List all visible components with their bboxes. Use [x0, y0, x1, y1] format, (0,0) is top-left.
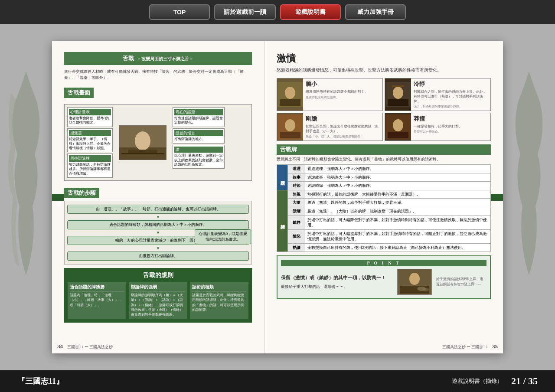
left-side-tab[interactable]: 外交	[52, 194, 64, 201]
page-footer: 『三國志11』 遊戲說明書（摘錄） 21 / 35	[0, 370, 555, 392]
svg-point-9	[393, 87, 403, 99]
flow-row-3: 輸的一方的心理計量表會減少，前進到下一回合。 心理計量表變為0，或是者屬情的話語…	[67, 236, 249, 245]
label-season: 時節	[288, 182, 305, 190]
svg-point-6	[285, 87, 295, 99]
flow-row-2: 適合話題的牌種類，牌相同的話則為大＞中＞小的順序。	[67, 220, 249, 229]
right-side-tab[interactable]: 外交	[491, 194, 503, 201]
emotion-content-0: 膽小 將激憤時所持有的話題牌全都指向對力。 激憤時找出所有話題牌。	[303, 78, 382, 111]
label-taunt: 大嗆	[288, 199, 305, 207]
label-shift: 話層	[288, 207, 305, 216]
steps-right: 心理計量表變為0，或是者屬情的話語則為敗北。	[195, 229, 251, 244]
flow-row-4: 由獲勝方打出辯論牌。	[67, 252, 249, 261]
table-row-rage: 憤怒 於場中打出的話，可大幅提昇對手的不滿，如對手激憤時特有的話，可阻止對手的激…	[277, 229, 491, 243]
emotion-content-1: 冷靜 對戰回合之間，所打出的感能力會上昇。此外，有時也可以進行（熱讓），可封鎖對…	[411, 78, 490, 111]
rule-card-1: 適合話題的牌獲勝 話題為「道理」時，「道理（小）」，經過「故事（大）」，或「時節…	[68, 282, 126, 319]
label-exchange: 熱讓	[288, 243, 305, 252]
svg-rect-17	[388, 132, 408, 138]
book-spread: 外交 舌戰 －改變局面的三寸不爛之舌－ 進行外交或遴聘人材時，或有可能挑發舌戰。…	[52, 41, 503, 353]
page-label-left: 三國志 11 ー 三國兵法之妙	[67, 344, 113, 350]
svg-point-19	[409, 273, 420, 285]
table-header-bar: 舌戰牌	[277, 144, 491, 155]
mental-meter-box: 心理計量表 進者攻擊會降低、變為0的話全部指向敗北。	[67, 107, 113, 127]
footer-title: 『三國志11』	[17, 376, 64, 386]
svg-rect-4	[121, 153, 164, 154]
debate-table: 話題牌 道理 置道道理，強弱為大＞中＞小的順序。 故事 述說故事，強弱為大＞中＞…	[277, 164, 491, 252]
steps-flow: 由「道理」、「故事」、「時節」打出適能的論牌。也可以打出話術牌。 ▼ 適合話題的…	[64, 201, 252, 265]
page-label-right: 三國兵法之妙 ー 三國志 11	[442, 344, 488, 350]
svg-rect-10	[388, 99, 408, 106]
label-doubl: 道理	[288, 164, 305, 173]
content-exchange: 全數交換自己所持有的牌，使用2次的話，接下來到話為止（自己變為不利為止）無法使用…	[305, 243, 491, 252]
current-topic-box: 現在的話題 打出適合話題的辯論牌，話題會定期的變化。	[173, 107, 225, 127]
step-2: 適合話題的牌種類，牌相同的話則為大＞中＞小的順序。	[67, 220, 249, 229]
step-right-note: 心理計量表變為0，或是者屬情的話語則為敗北。	[195, 229, 251, 244]
emotion-content-3: 莽撞 一種爆發相報，給手大的打擊。 希望可以一覺致命。	[411, 113, 490, 140]
table-row-calm: 鎮靜 於場中打出的話，可大幅降低對手的不滿，如對手激憤時則特有的話，可使注激情效…	[277, 216, 491, 229]
nav-top-button[interactable]: TOP	[149, 4, 210, 20]
emotion-img-2	[277, 113, 303, 140]
topic-combo-box: 話題的場合 打出辯論牌的地方。	[173, 128, 225, 144]
main-content-area: 外交 舌戰 －改變局面的三寸不爛之舌－ 進行外交或遴聘人材時，或有可能挑發舌戰。…	[0, 24, 555, 370]
svg-rect-11	[392, 85, 404, 87]
footer-right: 遊戲說明書（摘錄） 21 / 35	[452, 376, 538, 387]
table-row-tactic-cat: 話術牌 無視 無視對打的話，最強的話術牌，大幅接受對手的不滿（反測器）。	[277, 190, 491, 199]
right-intro: 怒測器精滿的話將爆發憤怒，可使出特殊攻擊。攻擊方法將依武將的性格而有所變化。	[277, 67, 491, 74]
response-box: 感測器 於遊覽效果、年手。（情報）出現時上昇。企業的合理情報後（情報）狀態。	[67, 128, 113, 153]
point-image	[397, 269, 432, 295]
flow-row-1: 由「道理」、「故事」、「時節」打出適能的論牌。也可以打出話術牌。	[67, 205, 249, 214]
point-img-text: 給子激憤的話技巧P章上昇，通過話的話有持智力登上昇⋯⋯	[434, 277, 486, 287]
bg-decoration-left	[7, 67, 46, 284]
emotion-card-3: 莽撞 一種爆發相報，給手大的打擊。 希望可以一覺致命。	[385, 113, 491, 141]
footer-page: 21 / 35	[511, 376, 538, 387]
nav-btn3[interactable]: 威力加強手冊	[345, 4, 406, 20]
right-page: 外交 激憤 怒測器精滿的話將爆發憤怒，可使出特殊攻擊。攻擊方法將依武將的性格而有…	[264, 41, 503, 353]
svg-point-2	[135, 131, 150, 150]
content-shift: 勝過（無遠）、（大嗆）以外的牌，強制改變「現在的話題」。	[305, 207, 491, 216]
cards-held-box: 所持辯論牌 智力越高的話，所持辯論牌越多。所持辯論牌事都有迎合情報増加。	[67, 154, 113, 178]
point-content: 保留（激憤）或（鎮靜）的其中一項，以防萬一！ 最後給子重大打擊的話，選場會⋯⋯。…	[281, 269, 486, 295]
rules-box: 舌戰的規則 適合話題的牌獲勝 話題為「道理」時，「道理（小）」，經過「故事（大）…	[64, 268, 252, 323]
footer-subtitle: 遊戲說明書（摘錄）	[452, 377, 503, 385]
emotion-img-1	[385, 78, 411, 111]
rules-title: 舌戰的規則	[68, 271, 248, 279]
nav-btn2-active[interactable]: 遊戲說明書	[280, 4, 341, 20]
top-navigation: TOP 請於遊戲前一讀 遊戲說明書 威力加強手冊	[0, 0, 555, 24]
intro-text: 進行外交或遴聘人材時，或有可能挑發舌戰。擁有特技「論客」的武將，於外交時一定會成…	[64, 69, 252, 81]
right-main-title: 激憤	[277, 52, 491, 65]
content-season: 述說時節，強弱為大＞中＞小的順序。	[305, 182, 491, 190]
rule-card-2: 辯論牌的強弱 辯論牌的強弱順序為（無）＝（大嗆）＞（諮詢）＞（話語）＞（諮詢）＞…	[129, 282, 187, 319]
emotion-card-0: 膽小 將激憤時所持有的話題牌全都指向對力。 激憤時找出所有話題牌。	[277, 78, 383, 111]
table-intro: 因武將之不同，話術牌的種類也會隨之變化。擁有道具「書物」的武將可以使用所有的話術…	[277, 157, 491, 163]
svg-rect-7	[280, 99, 300, 106]
svg-point-16	[393, 119, 403, 131]
emotion-card-1: 冷靜 對戰回合之間，所打出的感能力會上昇。此外，有時也可以進行（熱讓），可封鎖對…	[385, 78, 491, 111]
table-row-story: 故事 述說故事，強弱為大＞中＞小的順序。	[277, 173, 491, 182]
diagram-title: 舌戰畫面	[64, 88, 94, 98]
table-row-topic-cat: 話題牌 道理 置道道理，強弱為大＞中＞小的順序。	[277, 164, 491, 173]
content-doubl: 置道道理，強弱為大＞中＞小的順序。	[305, 164, 491, 173]
table-row-shift: 話層 勝過（無遠）、（大嗆）以外的牌，強制改變「現在的話題」。	[277, 207, 491, 216]
emotion-img-0	[277, 78, 303, 111]
main-title-bar: 舌戰 －改變局面的三寸不爛之舌－	[64, 52, 252, 65]
content-diagram: 心理計量表 進者攻擊會降低、變為0的話全部指向敗北。 感測器 於遊覽效果、年手。…	[64, 104, 252, 181]
content-taunt: 勝過（無遠）以外的牌，給予對手重大打擊，提昇不滿。	[305, 199, 491, 207]
game-screenshot	[119, 125, 166, 160]
content-rage: 於場中打出的話，可大幅提昇對手的不滿，如對手激憤時特有的話，可阻止對手的激憤，並…	[305, 229, 491, 243]
steps-title: 舌戰的步驟	[64, 188, 99, 198]
rule-card-3: 話術的種類 話題是於舌戰的武將，牌能夠能使用種類的話術牌，此外，持有道具的「書物…	[190, 282, 248, 319]
table-row-exchange: 熱讓 全數交換自己所持有的牌，使用2次的話，接下來到話為止（自己變為不利為止）無…	[277, 243, 491, 252]
point-box: P O I N T 保留（激憤）或（鎮靜）的其中一項，以防萬一！ 最後給子重大打…	[277, 255, 491, 299]
step-4: 由獲勝方打出辯論牌。	[67, 252, 249, 261]
table-row-taunt: 大嗆 勝過（無遠）以外的牌，給予對手重大打擊，提昇不滿。	[277, 199, 491, 207]
nav-btn1[interactable]: 請於遊戲前一讀	[214, 4, 276, 20]
svg-point-13	[285, 119, 295, 131]
page-num-left: 34	[57, 343, 63, 350]
svg-rect-14	[280, 132, 300, 138]
cat-topic-label: 話題牌	[277, 164, 288, 190]
svg-point-22	[423, 288, 429, 291]
page-num-right: 35	[492, 343, 498, 350]
emotion-card-2: 剛膽 於對話回合間，無論出什麼樣的牌都能夠隨（但對手也是（小→大）。 無論「小」…	[277, 113, 383, 141]
label-rage: 憤怒	[288, 229, 305, 243]
bg-decoration-right	[509, 67, 548, 284]
emotion-img-3	[385, 113, 411, 140]
